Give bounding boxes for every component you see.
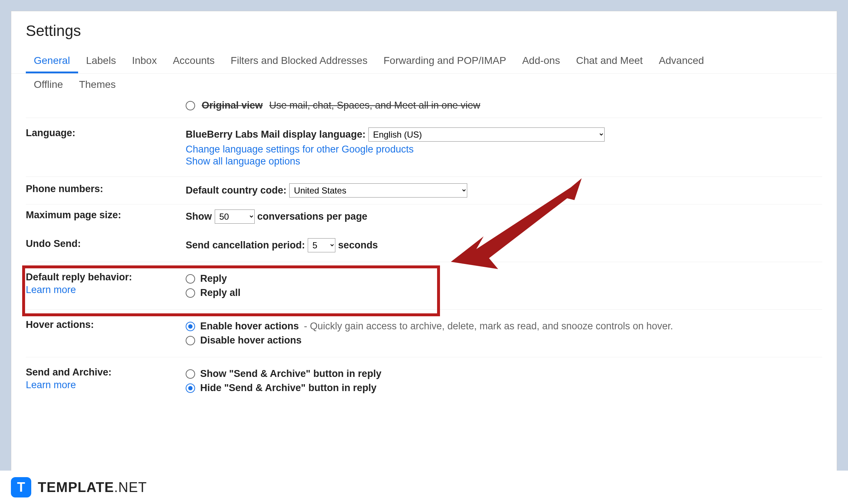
radio-show-send-archive[interactable]: Show "Send & Archive" button in reply: [186, 367, 822, 381]
page-title: Settings: [11, 11, 837, 50]
label-undo: Undo Send:: [26, 238, 186, 252]
tab-themes[interactable]: Themes: [71, 74, 124, 95]
radio-icon: [186, 383, 195, 393]
footer-branding: T TEMPLATE.NET: [0, 471, 848, 504]
section-phone: Phone numbers: Default country code: Uni…: [26, 177, 822, 204]
section-language: Language: BlueBerry Labs Mail display la…: [26, 118, 822, 177]
undo-prefix: Send cancellation period:: [186, 240, 305, 251]
reply-opt2: Reply all: [200, 287, 241, 298]
settings-content: Original view Use mail, chat, Spaces, an…: [11, 95, 837, 405]
radio-icon: [186, 274, 195, 284]
radio-icon: [186, 336, 195, 345]
partial-label-1: Original view: [202, 100, 263, 111]
value-phone: Default country code: United States: [186, 183, 822, 198]
section-reply: Default reply behavior: Learn more Reply…: [26, 262, 822, 310]
tabs-row-2: Offline Themes: [11, 74, 837, 95]
tab-advanced[interactable]: Advanced: [651, 50, 712, 73]
tab-chat[interactable]: Chat and Meet: [568, 50, 651, 73]
language-select[interactable]: English (US): [368, 127, 605, 142]
value-archive: Show "Send & Archive" button in reply Hi…: [186, 367, 822, 395]
reply-opt1: Reply: [200, 273, 227, 284]
archive-label-text: Send and Archive:: [26, 367, 112, 378]
hover-opt1: Enable hover actions: [200, 321, 299, 332]
label-hover: Hover actions:: [26, 319, 186, 347]
section-archive: Send and Archive: Learn more Show "Send …: [26, 357, 822, 405]
radio-reply-all[interactable]: Reply all: [186, 286, 822, 300]
tab-accounts[interactable]: Accounts: [165, 50, 223, 73]
pagesize-prefix: Show: [186, 211, 212, 222]
footer-logo-icon: T: [11, 477, 31, 497]
tab-general[interactable]: General: [26, 50, 78, 73]
archive-opt1: Show "Send & Archive" button in reply: [200, 368, 381, 379]
tab-filters[interactable]: Filters and Blocked Addresses: [223, 50, 376, 73]
language-prefix: BlueBerry Labs Mail display language:: [186, 129, 366, 140]
label-language: Language:: [26, 127, 186, 167]
radio-reply[interactable]: Reply: [186, 272, 822, 286]
section-undo-send: Undo Send: Send cancellation period: 5 s…: [26, 229, 822, 262]
footer-brand-1: TEMPLATE: [38, 480, 114, 495]
link-learn-archive[interactable]: Learn more: [26, 379, 186, 391]
radio-icon[interactable]: [186, 101, 195, 110]
value-undo: Send cancellation period: 5 seconds: [186, 238, 822, 252]
radio-icon: [186, 288, 195, 298]
label-archive: Send and Archive: Learn more: [26, 367, 186, 395]
label-reply: Default reply behavior: Learn more: [26, 272, 186, 300]
tab-forwarding[interactable]: Forwarding and POP/IMAP: [375, 50, 514, 73]
radio-disable-hover[interactable]: Disable hover actions: [186, 333, 822, 347]
tab-offline[interactable]: Offline: [26, 74, 71, 95]
tab-addons[interactable]: Add-ons: [514, 50, 568, 73]
section-hover: Hover actions: Enable hover actions - Qu…: [26, 310, 822, 357]
link-change-language[interactable]: Change language settings for other Googl…: [186, 144, 822, 155]
tabs-row-1: General Labels Inbox Accounts Filters an…: [11, 50, 837, 74]
tab-labels[interactable]: Labels: [78, 50, 124, 73]
label-phone: Phone numbers:: [26, 183, 186, 198]
label-pagesize: Maximum page size:: [26, 210, 186, 224]
pagesize-select[interactable]: 50: [215, 210, 255, 224]
value-hover: Enable hover actions - Quickly gain acce…: [186, 319, 822, 347]
radio-enable-hover[interactable]: Enable hover actions - Quickly gain acce…: [186, 319, 822, 333]
archive-opt2: Hide "Send & Archive" button in reply: [200, 382, 376, 394]
radio-hide-send-archive[interactable]: Hide "Send & Archive" button in reply: [186, 381, 822, 395]
value-reply: Reply Reply all: [186, 272, 822, 300]
section-pagesize: Maximum page size: Show 50 conversations…: [26, 204, 822, 229]
phone-prefix: Default country code:: [186, 185, 287, 196]
radio-icon: [186, 322, 195, 331]
hover-opt2: Disable hover actions: [200, 335, 302, 346]
value-pagesize: Show 50 conversations per page: [186, 210, 822, 224]
phone-select[interactable]: United States: [289, 183, 467, 198]
reply-label-text: Default reply behavior:: [26, 272, 132, 283]
footer-brand-text: TEMPLATE.NET: [38, 480, 147, 495]
footer-brand-2: .NET: [114, 480, 147, 495]
pagesize-suffix: conversations per page: [257, 211, 367, 222]
partial-label-2: Use mail, chat, Spaces, and Meet all in …: [269, 100, 480, 111]
partial-row: Original view Use mail, chat, Spaces, an…: [26, 95, 822, 118]
value-language: BlueBerry Labs Mail display language: En…: [186, 127, 822, 167]
link-show-language-options[interactable]: Show all language options: [186, 156, 822, 167]
link-learn-reply[interactable]: Learn more: [26, 284, 186, 296]
radio-icon: [186, 369, 195, 379]
undo-select[interactable]: 5: [308, 238, 335, 252]
tab-inbox[interactable]: Inbox: [124, 50, 165, 73]
undo-suffix: seconds: [338, 240, 378, 251]
hover-opt1-desc: - Quickly gain access to archive, delete…: [304, 321, 673, 332]
settings-window: Settings General Labels Inbox Accounts F…: [11, 11, 837, 472]
